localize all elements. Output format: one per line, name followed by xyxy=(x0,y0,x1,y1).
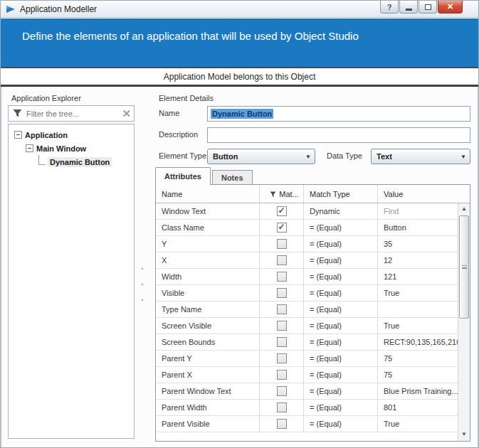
maximize-button[interactable] xyxy=(419,1,437,14)
match-checkbox[interactable] xyxy=(277,386,287,396)
attribute-value: Blue Prism Training... xyxy=(384,387,458,395)
match-checkbox[interactable] xyxy=(277,223,287,233)
attribute-value: Button xyxy=(384,223,406,232)
application-tree: Application Main Window Dynamic Button xyxy=(8,124,135,439)
tree-item-dynamic-button[interactable]: Dynamic Button xyxy=(9,155,134,169)
collapse-expander-icon[interactable] xyxy=(26,144,33,152)
attribute-row[interactable]: Parent X= (Equal)75 xyxy=(156,367,458,383)
data-type-dropdown[interactable]: Text ▼ xyxy=(371,149,470,164)
banner-text: Define the elements of an application th… xyxy=(22,30,359,42)
attribute-name: Y xyxy=(162,240,167,248)
attribute-row[interactable]: Type Name= (Equal) xyxy=(156,302,458,318)
attribute-name: Window Text xyxy=(162,207,206,215)
match-checkbox[interactable] xyxy=(277,337,287,347)
match-checkbox[interactable] xyxy=(277,304,287,314)
tab-notes[interactable]: Notes xyxy=(212,170,253,185)
match-checkbox[interactable] xyxy=(277,402,287,412)
vertical-scrollbar: ▲ ▼ xyxy=(458,203,470,441)
attribute-row[interactable]: Class Name= (Equal)Button xyxy=(156,220,458,236)
match-checkbox[interactable] xyxy=(277,419,287,429)
column-header-name[interactable]: Name xyxy=(156,185,260,203)
attribute-row[interactable]: Parent Y= (Equal)75 xyxy=(156,351,458,367)
data-type-value: Text xyxy=(377,152,392,161)
match-type: = (Equal) xyxy=(310,420,342,428)
attribute-row[interactable]: X= (Equal)12 xyxy=(156,252,458,269)
title-bar: Application Modeller ? ✕ xyxy=(1,1,478,18)
attribute-value: 801 xyxy=(384,403,396,412)
description-field[interactable] xyxy=(207,127,470,143)
attribute-row[interactable]: Visible= (Equal)True xyxy=(156,285,458,302)
attribute-row[interactable]: Window TextDynamicFind xyxy=(156,203,458,220)
data-type-label: Data Type xyxy=(327,151,362,160)
attribute-value: 75 xyxy=(384,354,392,363)
close-button[interactable]: ✕ xyxy=(438,1,463,14)
attribute-value: 12 xyxy=(384,256,392,265)
attribute-name: X xyxy=(162,256,167,265)
match-type: = (Equal) xyxy=(310,289,342,297)
tree-item-main-window[interactable]: Main Window xyxy=(9,142,134,155)
match-checkbox[interactable] xyxy=(277,321,287,331)
tree-item-label: Dynamic Button xyxy=(48,157,112,167)
match-checkbox[interactable] xyxy=(277,206,287,216)
scroll-up-icon[interactable]: ▲ xyxy=(458,203,470,214)
match-type: = (Equal) xyxy=(310,403,342,412)
panel-splitter[interactable] xyxy=(140,268,144,301)
attribute-row[interactable]: Parent Width= (Equal)801 xyxy=(156,400,458,416)
attribute-row[interactable]: Width= (Equal)121 xyxy=(156,269,458,285)
column-header-match[interactable]: Mat... xyxy=(260,185,304,203)
tree-item-application[interactable]: Application xyxy=(9,128,134,142)
blue-prism-app-icon xyxy=(6,4,16,14)
tree-item-label: Main Window xyxy=(36,144,86,153)
chevron-down-icon: ▼ xyxy=(457,149,470,164)
attribute-row[interactable]: Parent Visible= (Equal)True xyxy=(156,416,458,432)
name-label: Name xyxy=(159,109,179,117)
name-field-selected-text: Dynamic Button xyxy=(211,109,273,119)
minimize-icon xyxy=(406,9,412,11)
attribute-name: Visible xyxy=(162,289,184,297)
attribute-value: 121 xyxy=(384,272,396,281)
clear-filter-icon[interactable]: ✕ xyxy=(122,108,131,119)
match-checkbox[interactable] xyxy=(277,370,287,380)
match-type: Dynamic xyxy=(310,207,340,215)
header-banner: Define the elements of an application th… xyxy=(1,18,478,67)
match-checkbox[interactable] xyxy=(277,288,287,298)
filter-funnel-icon xyxy=(270,191,276,197)
attribute-value: True xyxy=(384,289,399,297)
attribute-row[interactable]: Parent Window Text= (Equal)Blue Prism Tr… xyxy=(156,383,458,400)
name-field[interactable]: Dynamic Button xyxy=(207,106,470,122)
attributes-table: Name Mat... Match Type Value Window Text… xyxy=(155,184,470,442)
element-type-value: Button xyxy=(213,152,238,161)
attribute-row[interactable]: Screen Visible= (Equal)True xyxy=(156,318,458,334)
attribute-value: True xyxy=(384,321,399,330)
attributes-table-body: Window TextDynamicFindClass Name= (Equal… xyxy=(156,203,458,441)
help-button[interactable]: ? xyxy=(380,1,399,14)
match-checkbox[interactable] xyxy=(277,255,287,265)
window-title: Application Modeller xyxy=(20,4,97,14)
attribute-name: Parent Visible xyxy=(162,420,210,428)
attribute-row[interactable]: Y= (Equal)35 xyxy=(156,236,458,252)
match-checkbox[interactable] xyxy=(277,239,287,249)
element-type-dropdown[interactable]: Button ▼ xyxy=(207,149,315,164)
element-type-label: Element Type xyxy=(159,151,206,160)
column-header-match-type[interactable]: Match Type xyxy=(304,185,378,203)
match-type: = (Equal) xyxy=(310,338,342,346)
tab-attributes[interactable]: Attributes xyxy=(155,167,211,185)
tree-filter-input[interactable] xyxy=(26,110,122,118)
scrollbar-thumb[interactable] xyxy=(459,215,469,319)
match-type: = (Equal) xyxy=(310,370,342,379)
match-checkbox[interactable] xyxy=(277,353,287,363)
match-type: = (Equal) xyxy=(310,387,342,395)
attribute-value: RECT:90,135,165,210 xyxy=(384,338,458,346)
element-details-title: Element Details xyxy=(159,94,214,102)
application-explorer-title: Application Explorer xyxy=(11,94,81,102)
filter-funnel-icon xyxy=(13,109,22,118)
collapse-expander-icon[interactable] xyxy=(14,131,22,139)
column-header-value[interactable]: Value xyxy=(378,185,470,203)
match-type: = (Equal) xyxy=(310,305,342,314)
tree-filter-box: ✕ xyxy=(8,105,135,122)
minimize-button[interactable] xyxy=(399,1,418,14)
scroll-down-icon[interactable]: ▼ xyxy=(458,429,470,439)
attribute-row[interactable]: Screen Bounds= (Equal)RECT:90,135,165,21… xyxy=(156,334,458,351)
match-checkbox[interactable] xyxy=(277,272,287,282)
subheader-text: Application Model belongs to this Object xyxy=(164,72,315,82)
